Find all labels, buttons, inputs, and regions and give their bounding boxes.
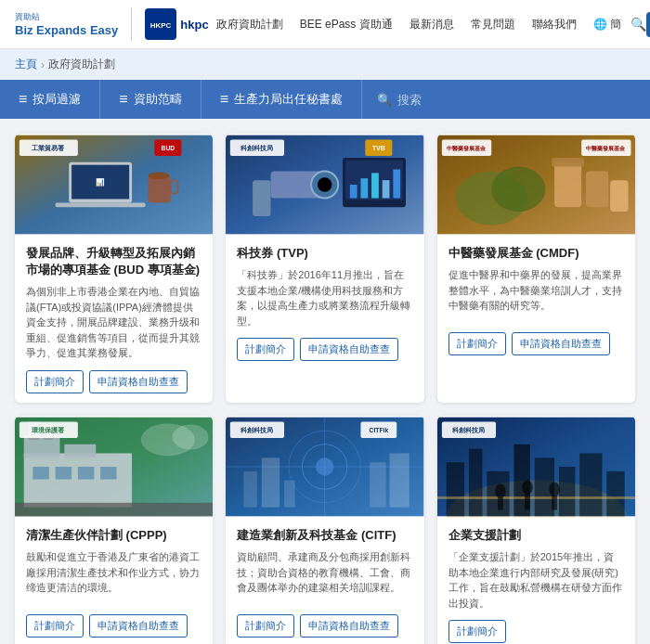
card-tvp-btn2[interactable]: 申請資格自助查查 <box>300 338 398 361</box>
card-cmdf-actions: 計劃簡介 申請資格自助查查 <box>448 332 624 355</box>
card-enterprise-image: 科創科技局 <box>437 416 635 518</box>
card-cppp: 環境保護署 清潔生產伙伴計劃 (CPPP) 鼓勵和促進立于香港及广東省的港資工廠… <box>15 416 213 644</box>
card-citf: 科創科技局 CITFik 建造業創新及科技基金 (CITF) 資助顧問、承建商及… <box>226 416 423 644</box>
svg-rect-35 <box>610 180 628 212</box>
card-cppp-btn2[interactable]: 申請資格自助查查 <box>89 614 188 638</box>
header-search-icon[interactable]: 🔍 <box>630 17 646 32</box>
cards-grid: 📊 工業貿易署 BUD 發展品牌、升級轉型及拓展內銷市場的專項基金 (BUD 專… <box>15 134 635 644</box>
svg-rect-62 <box>244 471 258 508</box>
svg-text:中醫藥發展基金: 中醫藥發展基金 <box>447 145 487 151</box>
nav-bee[interactable]: BEE ePass 資助通 <box>292 13 400 36</box>
card-cppp-btn1[interactable]: 計劃簡介 <box>26 614 84 638</box>
svg-point-61 <box>316 457 333 475</box>
card-bud-body: 發展品牌、升級轉型及拓展內銷市場的專項基金 (BUD 專項基金) 為個別非上市香… <box>15 236 213 403</box>
card-tvp-actions: 計劃簡介 申請資格自助查查 <box>237 338 412 361</box>
svg-text:科創科技局: 科創科技局 <box>451 426 485 433</box>
card-enterprise-btn1[interactable]: 計劃簡介 <box>448 620 506 643</box>
svg-rect-79 <box>579 453 602 516</box>
filter-category[interactable]: ≡ 資助范疇 <box>100 80 201 119</box>
card-enterprise-title: 企業支援計劃 <box>448 527 624 544</box>
svg-rect-66 <box>390 453 410 507</box>
lang-toggle[interactable]: 🌐 簡 <box>586 13 629 36</box>
svg-point-32 <box>491 167 545 212</box>
svg-point-84 <box>522 480 533 495</box>
svg-rect-33 <box>554 162 581 207</box>
svg-text:中醫藥發展基金: 中醫藥發展基金 <box>586 145 626 151</box>
card-citf-image: 科創科技局 CITFik <box>226 416 423 518</box>
filter-bureau-icon: ≡ <box>19 91 27 108</box>
nav-contact[interactable]: 聯絡我們 <box>525 13 584 36</box>
card-cppp-body: 清潔生產伙伴計劃 (CPPP) 鼓勵和促進立于香港及广東省的港資工廠採用清潔生產… <box>15 518 213 644</box>
svg-rect-80 <box>606 471 624 516</box>
filter-bar: ≡ 按局過濾 ≡ 資助范疇 ≡ 生產力局出任秘書處 🔍 <box>0 80 650 119</box>
card-bud-btn2[interactable]: 申請資格自助查查 <box>89 370 188 393</box>
main-nav: 政府資助計劃 BEE ePass 資助通 最新消息 常見問題 聯絡我們 🌐 簡 … <box>209 13 646 36</box>
logo-area: 資助站 Biz Expands Easy HKPC hkpc <box>15 7 209 41</box>
card-cppp-image: 環境保護署 <box>15 416 213 518</box>
svg-rect-6 <box>149 175 171 202</box>
svg-rect-42 <box>24 453 132 507</box>
search-icon: 🔍 <box>377 93 392 107</box>
card-cppp-actions: 計劃簡介 申請資格自助查查 <box>26 614 202 638</box>
card-tvp-image: 科創科技局 TVB <box>226 134 423 236</box>
svg-point-7 <box>149 172 170 179</box>
login-button[interactable]: 資助通登入 <box>646 12 650 37</box>
svg-rect-15 <box>253 180 270 216</box>
svg-rect-47 <box>32 467 48 480</box>
filter-productivity[interactable]: ≡ 生產力局出任秘書處 <box>202 80 362 119</box>
svg-rect-87 <box>552 496 557 510</box>
logo-subtext: 資助站 <box>15 11 40 23</box>
card-citf-btn1[interactable]: 計劃簡介 <box>237 614 294 638</box>
filter-category-label: 資助范疇 <box>134 91 182 108</box>
nav-news[interactable]: 最新消息 <box>402 13 462 36</box>
card-enterprise-body: 企業支援計劃 「企業支援計劃」於2015年推出，資助本地企業進行内部研究及發展(… <box>437 518 635 644</box>
card-cppp-desc: 鼓勵和促進立于香港及广東省的港資工廠採用清潔生產技术和作业方式，协力缔造更清洁的… <box>26 549 202 605</box>
svg-rect-81 <box>437 496 635 499</box>
card-tvp-title: 科技券 (TVP) <box>237 245 412 262</box>
svg-point-18 <box>318 177 332 192</box>
cards-section: 📊 工業貿易署 BUD 發展品牌、升級轉型及拓展內銷市場的專項基金 (BUD 專… <box>0 119 650 644</box>
svg-rect-85 <box>525 494 530 509</box>
svg-rect-44 <box>64 444 96 458</box>
svg-rect-50 <box>100 467 116 480</box>
card-bud-btn1[interactable]: 計劃簡介 <box>26 370 84 393</box>
svg-rect-49 <box>78 467 94 480</box>
svg-rect-48 <box>56 467 72 480</box>
svg-text:科創科技局: 科創科技局 <box>240 426 274 433</box>
nav-gov[interactable]: 政府資助計劃 <box>209 13 291 36</box>
filter-productivity-icon: ≡ <box>220 91 228 108</box>
card-citf-body: 建造業創新及科技基金 (CITF) 資助顧問、承建商及分包商採用創新科技；資助合… <box>226 518 423 644</box>
card-bud-image: 📊 工業貿易署 BUD <box>15 134 213 236</box>
breadcrumb-home[interactable]: 主頁 <box>15 57 37 72</box>
card-cmdf-btn1[interactable]: 計劃簡介 <box>448 332 506 355</box>
filter-bureau[interactable]: ≡ 按局過濾 <box>0 80 100 119</box>
card-enterprise-desc: 「企業支援計劃」於2015年推出，資助本地企業進行内部研究及發展(研究)工作，旨… <box>448 549 624 611</box>
nav-faq[interactable]: 常見問題 <box>463 13 523 36</box>
svg-rect-73 <box>446 462 463 516</box>
svg-rect-21 <box>350 185 358 199</box>
svg-text:BUD: BUD <box>162 145 176 151</box>
svg-rect-36 <box>552 158 584 167</box>
card-citf-title: 建造業創新及科技基金 (CITF) <box>237 527 412 544</box>
card-tvp-btn1[interactable]: 計劃簡介 <box>237 338 294 361</box>
svg-text:📊: 📊 <box>96 177 105 187</box>
card-tvp-desc: 「科技券」於2016年11月推出，旨在支援本地企業/機構使用科技服務和方案，以提… <box>237 267 412 328</box>
hkpc-label: hkpc <box>180 18 208 32</box>
filter-productivity-label: 生產力局出任秘書處 <box>234 91 343 108</box>
card-bud: 📊 工業貿易署 BUD 發展品牌、升級轉型及拓展內銷市場的專項基金 (BUD 專… <box>15 134 213 403</box>
card-bud-desc: 為個別非上市香港企業在內地、自貿協議(FTA)或投資協議(IPPA)經濟體提供資… <box>26 284 202 361</box>
card-cmdf-desc: 促進中醫界和中藥界的發展，提高業界整體水平，為中醫藥業培訓人才，支持中醫藥有關的… <box>448 267 624 323</box>
card-citf-btn2[interactable]: 申請資格自助查查 <box>300 614 398 638</box>
search-input[interactable] <box>397 93 509 107</box>
logo-divider <box>131 7 132 41</box>
globe-icon: 🌐 <box>593 18 607 31</box>
filter-search[interactable]: 🔍 <box>362 80 650 119</box>
card-citf-desc: 資助顧問、承建商及分包商採用創新科技；資助合資格的教育機構、工會、商會及團体举办… <box>237 549 412 605</box>
svg-rect-65 <box>370 462 385 507</box>
svg-rect-63 <box>262 457 280 507</box>
card-citf-actions: 計劃簡介 申請資格自助查查 <box>237 614 412 638</box>
filter-bureau-label: 按局過濾 <box>32 91 81 108</box>
card-cmdf-btn2[interactable]: 申請資格自助查查 <box>512 332 610 355</box>
card-tvp: 科創科技局 TVB 科技券 (TVP) 「科技券」於2016年11月推出，旨在支… <box>226 134 423 403</box>
logo-main-text: Biz Expands Easy <box>15 23 118 37</box>
